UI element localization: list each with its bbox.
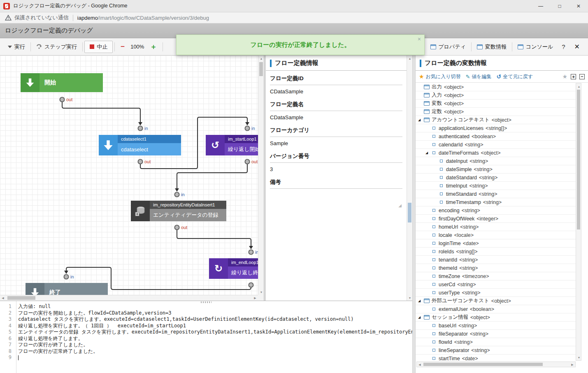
- reset-all-button[interactable]: ↺ 全て元に戻す: [497, 73, 533, 80]
- flow-node-end[interactable]: 終了: [26, 283, 108, 295]
- zoom-in-button[interactable]: ＋: [146, 41, 161, 52]
- panel-splitter[interactable]: [412, 56, 416, 373]
- scroll-left-icon[interactable]: ◀: [417, 362, 423, 368]
- tree-item-roleIds[interactable]: roleIds<string[]>: [416, 248, 576, 256]
- canvas-horizontal-scrollbar[interactable]: ◀ ▶: [0, 295, 258, 301]
- tree-item-loginTime[interactable]: loginTime<date>: [416, 239, 576, 248]
- tree-item-userType[interactable]: userType<string>: [416, 289, 576, 297]
- security-label[interactable]: 保護されていない通信: [14, 14, 69, 21]
- not-secure-warning-icon[interactable]: [5, 15, 12, 21]
- tree-item-userCd[interactable]: userCd<string>: [416, 280, 576, 289]
- variables-vertical-scrollbar[interactable]: ▲ ▼: [576, 83, 581, 361]
- console-tab-button[interactable]: コンソール: [514, 41, 557, 53]
- tree-item-themeId[interactable]: themeId<string>: [416, 264, 576, 272]
- tree-item-アカウントコンテキスト[interactable]: ◢アカウントコンテキスト<object>: [416, 116, 576, 124]
- tree-item-セッション情報[interactable]: ◢セッション情報<object>: [416, 313, 576, 322]
- tree-item-flowId[interactable]: flowId<string>: [416, 338, 576, 346]
- flow-port[interactable]: [245, 126, 250, 131]
- flow-port[interactable]: [138, 126, 143, 131]
- expander-icon[interactable]: ◢: [418, 299, 424, 303]
- maximize-button[interactable]: □: [550, 0, 569, 12]
- flow-port[interactable]: [64, 275, 69, 279]
- tree-item-encoding[interactable]: encoding<string>: [416, 206, 576, 215]
- variables-horizontal-scrollbar[interactable]: ◀ ▶: [416, 361, 576, 367]
- scroll-right-icon[interactable]: ▶: [569, 362, 575, 368]
- tree-item-externalUser[interactable]: externalUser<boolean>: [416, 305, 576, 313]
- flow-port[interactable]: [60, 97, 65, 102]
- tree-item-calendarId[interactable]: calendarId<string>: [416, 141, 576, 149]
- scroll-left-icon[interactable]: ◀: [0, 295, 6, 301]
- zoom-out-button[interactable]: −: [116, 42, 129, 52]
- step-run-button[interactable]: ステップ実行: [33, 41, 81, 53]
- window-close-button[interactable]: ✕: [569, 0, 588, 12]
- scroll-up-icon[interactable]: ▲: [407, 56, 412, 61]
- scrollbar-thumb[interactable]: [408, 203, 411, 222]
- tree-item-locale[interactable]: locale<locale>: [416, 231, 576, 239]
- resize-grip-icon[interactable]: [398, 204, 402, 208]
- flow-node-entity-insert[interactable]: im_repositoryEntityDataInsert1 エンティティデータ…: [131, 201, 226, 221]
- tree-item-外部ユーザコンテキスト[interactable]: ◢外部ユーザコンテキスト<object>: [416, 297, 576, 305]
- scrollbar-thumb[interactable]: [577, 90, 580, 229]
- tree-item-baseUrl[interactable]: baseUrl<string>: [416, 322, 576, 330]
- flow-node-end-loop[interactable]: ↻ im_endLoop1 繰り返し終了: [209, 258, 258, 279]
- debug-console[interactable]: 1入力値: null2フローの実行を開始しました。flowId=CDataSam…: [0, 301, 412, 373]
- scroll-right-icon[interactable]: ▶: [252, 295, 258, 301]
- tree-item-出力[interactable]: 出力<object>: [416, 83, 576, 91]
- scrollbar-thumb[interactable]: [259, 62, 263, 76]
- tree-item-定数[interactable]: 定数<object>: [416, 108, 576, 116]
- flow-node-start-loop[interactable]: ↺ im_startLoop1 繰り返し開始: [206, 135, 258, 155]
- variables-tab-button[interactable]: 変数情報: [473, 41, 510, 53]
- canvas-vertical-scrollbar[interactable]: ▲ ▼: [258, 56, 264, 295]
- tree-item-authenticated[interactable]: authenticated<boolean>: [416, 132, 576, 141]
- flow-port[interactable]: [175, 192, 179, 197]
- tree-item-timeZone[interactable]: timeZone<timezone>: [416, 272, 576, 280]
- tree-item-変数[interactable]: 変数<object>: [416, 100, 576, 108]
- tree-item-timeInput[interactable]: timeInput<string>: [416, 182, 576, 190]
- scrollbar-thumb[interactable]: [423, 363, 543, 366]
- scroll-up-icon[interactable]: ▲: [576, 83, 582, 89]
- expander-icon[interactable]: ◢: [418, 118, 424, 122]
- scrollbar-thumb[interactable]: [7, 296, 35, 300]
- expand-all-button[interactable]: ＋: [571, 74, 576, 79]
- collapse-all-button[interactable]: −: [579, 74, 585, 79]
- tree-item-tenantId[interactable]: tenantId<string>: [416, 256, 576, 264]
- tree-item-fileSeparator[interactable]: fileSeparator<string>: [416, 330, 576, 338]
- properties-tab-button[interactable]: プロパティ: [427, 41, 470, 53]
- flow-port[interactable]: [138, 160, 143, 164]
- minimize-button[interactable]: —: [531, 0, 550, 12]
- flow-node-cdataselect[interactable]: cdataselect1 cdataselect: [99, 135, 181, 155]
- tree-item-timeStandard[interactable]: timeStandard<string>: [416, 190, 576, 198]
- tree-item-firstDayOfWeek[interactable]: firstDayOfWeek<integer>: [416, 215, 576, 223]
- flow-canvas[interactable]: 開始 cdataselect1 cdataselect ↺: [0, 56, 258, 295]
- expander-icon[interactable]: ◢: [425, 151, 431, 155]
- flow-port[interactable]: [175, 225, 179, 230]
- scroll-down-icon[interactable]: ▼: [576, 354, 582, 360]
- tree-item-timeTimestamp[interactable]: timeTimestamp<string>: [416, 198, 576, 206]
- tree-item-startTime[interactable]: startTime<date>: [416, 354, 576, 361]
- favorite-toggle-button[interactable]: ★ お気に入り切替: [419, 73, 460, 80]
- abort-button[interactable]: 中止: [84, 41, 113, 53]
- debugger-close-button[interactable]: ✕: [570, 41, 584, 52]
- url-text[interactable]: iapdemo/imart/logic/flow/CDataSample/ver…: [77, 15, 209, 21]
- tree-item-dateTimeFormats[interactable]: ◢dateTimeFormats<object>: [416, 149, 576, 157]
- flow-port[interactable]: [249, 250, 253, 255]
- tree-item-dateInput[interactable]: dateInput<string>: [416, 157, 576, 165]
- notification-close-icon[interactable]: ×: [418, 36, 421, 42]
- scroll-down-icon[interactable]: ▼: [407, 295, 412, 301]
- tree-item-dateSimple[interactable]: dateSimple<string>: [416, 165, 576, 174]
- edit-value-button[interactable]: ✎ 値を編集: [465, 73, 491, 80]
- run-button[interactable]: 実行: [4, 41, 29, 53]
- favorite-filter-star-icon[interactable]: ★: [562, 73, 567, 80]
- tree-item-lineSeparator[interactable]: lineSeparator<string>: [416, 346, 576, 354]
- expander-icon[interactable]: ◢: [418, 315, 424, 319]
- flow-port[interactable]: [245, 160, 250, 164]
- info-panel-scrollbar[interactable]: ▲ ▼: [407, 56, 412, 301]
- tree-item-applicationLicenses[interactable]: applicationLicenses<string[]>: [416, 124, 576, 132]
- flow-port[interactable]: [249, 283, 253, 287]
- tree-item-入力[interactable]: 入力<object>: [416, 91, 576, 100]
- scroll-down-icon[interactable]: ▼: [258, 289, 264, 295]
- tree-item-dateStandard[interactable]: dateStandard<string>: [416, 174, 576, 182]
- tree-item-homeUrl[interactable]: homeUrl<string>: [416, 223, 576, 231]
- scroll-up-icon[interactable]: ▲: [258, 56, 264, 61]
- flow-node-start[interactable]: 開始: [21, 73, 103, 92]
